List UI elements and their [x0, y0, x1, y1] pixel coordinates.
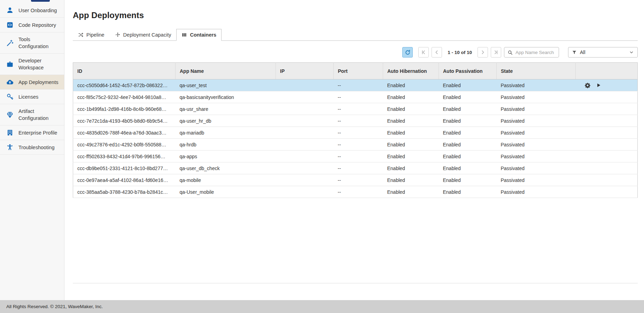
last-page-button[interactable] — [491, 47, 501, 58]
sidebar-item-user-onboarding[interactable]: User Onboarding — [0, 3, 64, 18]
cell-auto-hibernation: Enabled — [383, 162, 439, 174]
table-row[interactable]: ccc-7e72c1da-4193-4b05-b8d0-6b9c54…qa-us… — [73, 115, 638, 127]
cell-id: ccc-c5050d64-1452-4c57-872b-086322… — [73, 79, 176, 91]
cell-state: Passivated — [497, 174, 576, 186]
cloud-upload-icon — [6, 78, 14, 86]
main-content: App Deployments PipelineDeployment Capac… — [64, 0, 644, 300]
prev-page-icon — [434, 49, 440, 55]
cell-ip — [276, 127, 334, 139]
cell-port: -- — [334, 162, 383, 174]
code-file-icon — [6, 21, 14, 29]
cell-id: ccc-0e97aea4-a5af-4102-86a1-fd60e16… — [73, 174, 176, 186]
first-page-button[interactable] — [418, 47, 429, 58]
sidebar-item-tools-configuration[interactable]: Tools Configuration — [0, 32, 64, 54]
table-header-row: IDApp NameIPPortAuto HibernationAuto Pas… — [73, 63, 638, 79]
play-icon[interactable] — [596, 83, 601, 88]
cell-actions — [576, 162, 638, 174]
app-name-search-box — [504, 47, 559, 58]
user-icon — [6, 7, 14, 14]
cell-ip — [276, 174, 334, 186]
refresh-button[interactable] — [402, 47, 413, 58]
refresh-icon — [405, 49, 411, 55]
containers-table-wrap: IDApp NameIPPortAuto HibernationAuto Pas… — [73, 62, 638, 198]
cell-app-name: qa-hrdb — [176, 139, 276, 151]
cell-auto-hibernation: Enabled — [383, 127, 439, 139]
tab-bar: PipelineDeployment CapacityContainers — [73, 29, 638, 41]
cell-id: ccc-49c27876-ed1c-4292-b0f8-550588… — [73, 139, 176, 151]
footer: All Rights Reserved. © 2021, WaveMaker, … — [0, 300, 644, 313]
cell-auto-passivation: Enabled — [439, 115, 497, 127]
sidebar-item-developer-workspace[interactable]: Developer Workspace — [0, 54, 64, 75]
column-header-auto-passivation: Auto Passivation — [439, 63, 497, 79]
cell-state: Passivated — [497, 103, 576, 115]
cell-app-name: qa-usr_share — [176, 103, 276, 115]
search-input[interactable] — [515, 49, 556, 55]
table-row[interactable]: ccc-ff502633-8432-41d4-97b6-996156…qa-ap… — [73, 151, 638, 162]
column-header-app-name: App Name — [176, 63, 276, 79]
cell-auto-passivation: Enabled — [439, 174, 497, 186]
tab-containers[interactable]: Containers — [176, 29, 222, 41]
table-row[interactable]: ccc-4835d026-788f-46ea-a76d-30aac3…qa-ma… — [73, 127, 638, 139]
cell-app-name: qa-user_hr_db — [176, 115, 276, 127]
cell-app-name: qa-mariadb — [176, 127, 276, 139]
cell-auto-hibernation: Enabled — [383, 186, 439, 198]
sidebar-item-label: App Deployments — [18, 79, 58, 86]
cell-auto-passivation: Enabled — [439, 103, 497, 115]
sidebar-item-enterprise-profile[interactable]: Enterprise Profile — [0, 125, 64, 140]
cell-app-name: qa-user_db_check — [176, 162, 276, 174]
column-header-port: Port — [334, 63, 383, 79]
sidebar-item-troubleshooting[interactable]: Troubleshooting — [0, 140, 64, 155]
cell-actions — [576, 127, 638, 139]
sidebar-item-label: Artifact Configuration — [18, 108, 61, 122]
column-header-ip: IP — [276, 63, 334, 79]
tab-pipeline[interactable]: Pipeline — [73, 29, 110, 41]
gear-icon[interactable] — [584, 82, 591, 89]
cell-auto-hibernation: Enabled — [383, 174, 439, 186]
sidebar-item-artifact-configuration[interactable]: Artifact Configuration — [0, 104, 64, 125]
chevron-down-icon — [629, 50, 634, 55]
tab-label: Containers — [190, 32, 216, 38]
sidebar-item-licenses[interactable]: Licenses — [0, 90, 64, 104]
table-row[interactable]: ccc-1b499fa1-2d98-416b-8c4b-960e68…qa-us… — [73, 103, 638, 115]
sidebar-item-app-deployments[interactable]: App Deployments — [0, 75, 64, 90]
capacity-icon — [115, 32, 121, 38]
cell-port: -- — [334, 127, 383, 139]
cell-actions — [576, 139, 638, 151]
cell-actions — [576, 103, 638, 115]
cell-state: Passivated — [497, 115, 576, 127]
sidebar-item-label: Troubleshooting — [18, 144, 54, 151]
search-icon — [507, 50, 513, 55]
funnel-icon — [572, 50, 577, 55]
cell-auto-hibernation: Enabled — [383, 115, 439, 127]
sidebar: User OnboardingCode RepositoryTools Conf… — [0, 0, 64, 300]
cell-auto-hibernation: Enabled — [383, 79, 439, 91]
key-icon — [6, 93, 14, 100]
content-bottom-divider — [73, 283, 638, 283]
cell-auto-hibernation: Enabled — [383, 151, 439, 162]
troubleshoot-person-icon — [6, 144, 14, 151]
table-row[interactable]: ccc-c5050d64-1452-4c57-872b-086322…qa-us… — [73, 79, 638, 91]
next-page-button[interactable] — [478, 47, 488, 58]
sidebar-item-code-repository[interactable]: Code Repository — [0, 18, 64, 32]
filter-dropdown[interactable]: All — [568, 47, 638, 58]
app-window: User OnboardingCode RepositoryTools Conf… — [0, 0, 644, 300]
containers-icon — [181, 32, 187, 38]
prev-page-button[interactable] — [432, 47, 442, 58]
table-row[interactable]: ccc-385aa5ab-3788-4230-b78a-b2841c…qa-Us… — [73, 186, 638, 198]
diamond-icon — [6, 111, 14, 119]
table-row[interactable]: ccc-49c27876-ed1c-4292-b0f8-550588…qa-hr… — [73, 139, 638, 151]
tab-deployment-capacity[interactable]: Deployment Capacity — [110, 29, 177, 41]
cell-ip — [276, 103, 334, 115]
table-row[interactable]: ccc-db9be051-2331-4121-8c10-8bd277…qa-us… — [73, 162, 638, 174]
cell-state: Passivated — [497, 186, 576, 198]
table-row[interactable]: ccc-f85c75c2-9232-4ee7-b404-9810a8…qa-ba… — [73, 91, 638, 103]
cell-state: Passivated — [497, 151, 576, 162]
cell-id: ccc-f85c75c2-9232-4ee7-b404-9810a8… — [73, 91, 176, 103]
cell-port: -- — [334, 151, 383, 162]
column-header-actions — [576, 63, 638, 79]
briefcase-icon — [6, 61, 14, 68]
cell-ip — [276, 162, 334, 174]
cell-id: ccc-ff502633-8432-41d4-97b6-996156… — [73, 151, 176, 162]
table-row[interactable]: ccc-0e97aea4-a5af-4102-86a1-fd60e16…qa-m… — [73, 174, 638, 186]
cell-id: ccc-1b499fa1-2d98-416b-8c4b-960e68… — [73, 103, 176, 115]
